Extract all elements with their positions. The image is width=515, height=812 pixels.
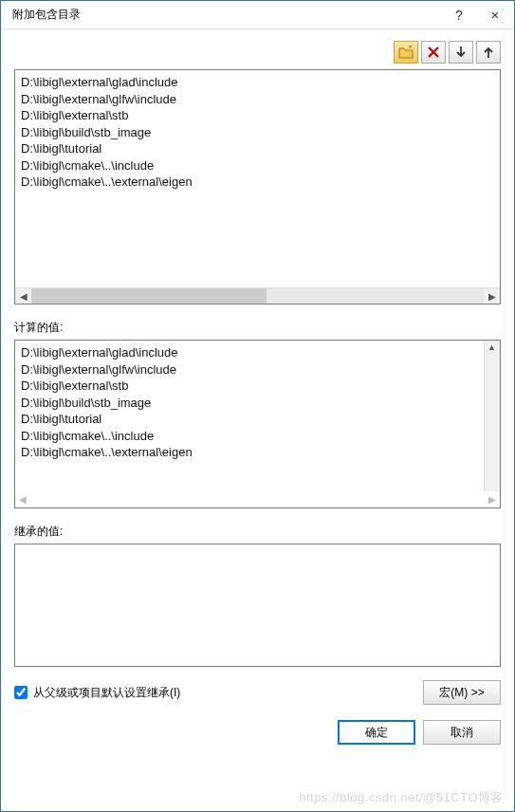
inherited-values-box [14, 544, 501, 667]
calculated-values-box: D:\libigl\external\glad\include D:\libig… [14, 340, 501, 508]
toolbar [14, 41, 501, 64]
options-row: 从父级或项目默认设置继承(I) 宏(M) >> [14, 680, 501, 705]
window-title: 附加包含目录 [12, 7, 448, 23]
help-button[interactable]: ? [448, 4, 470, 27]
path-editor[interactable]: D:\libigl\external\glad\include D:\libig… [14, 69, 501, 304]
dialog-window: 附加包含目录 ? × [0, 0, 515, 812]
scroll-left-disabled-icon: ◀ [19, 494, 27, 505]
scroll-right-disabled-icon: ▶ [488, 494, 496, 505]
title-bar: 附加包含目录 ? × [1, 1, 514, 29]
scroll-left-icon[interactable]: ◀ [15, 288, 31, 304]
scroll-thumb[interactable] [31, 288, 267, 304]
move-down-button[interactable] [449, 41, 473, 64]
move-up-button[interactable] [476, 41, 501, 64]
inherit-checkbox-text: 从父级或项目默认设置继承(I) [33, 685, 180, 701]
macro-button[interactable]: 宏(M) >> [423, 680, 501, 705]
delete-button[interactable] [421, 41, 446, 64]
calculated-values-text: D:\libigl\external\glad\include D:\libig… [15, 341, 484, 491]
titlebar-buttons: ? × [448, 4, 506, 27]
horizontal-scrollbar[interactable]: ◀ ▶ [15, 287, 500, 304]
delete-x-icon [428, 46, 439, 58]
new-folder-button[interactable] [394, 41, 418, 64]
arrow-up-icon [483, 46, 494, 59]
vertical-scrollbar[interactable] [484, 341, 500, 491]
path-editor-text[interactable]: D:\libigl\external\glad\include D:\libig… [15, 70, 500, 287]
ok-button[interactable]: 确定 [338, 720, 415, 745]
scroll-track[interactable] [31, 288, 484, 304]
arrow-down-icon [455, 46, 467, 59]
inherited-label: 继承的值: [14, 524, 501, 540]
dialog-content: D:\libigl\external\glad\include D:\libig… [1, 29, 514, 811]
scroll-right-icon[interactable]: ▶ [484, 288, 500, 304]
close-button[interactable]: × [484, 4, 506, 27]
cancel-button[interactable]: 取消 [423, 720, 501, 745]
folder-icon [398, 46, 414, 59]
dialog-buttons: 确定 取消 [14, 720, 501, 745]
inherit-checkbox[interactable] [14, 686, 28, 699]
calc-hscroll[interactable]: ◀ ▶ [15, 491, 500, 508]
calculated-label: 计算的值: [14, 320, 501, 336]
inherit-checkbox-label[interactable]: 从父级或项目默认设置继承(I) [14, 685, 414, 701]
